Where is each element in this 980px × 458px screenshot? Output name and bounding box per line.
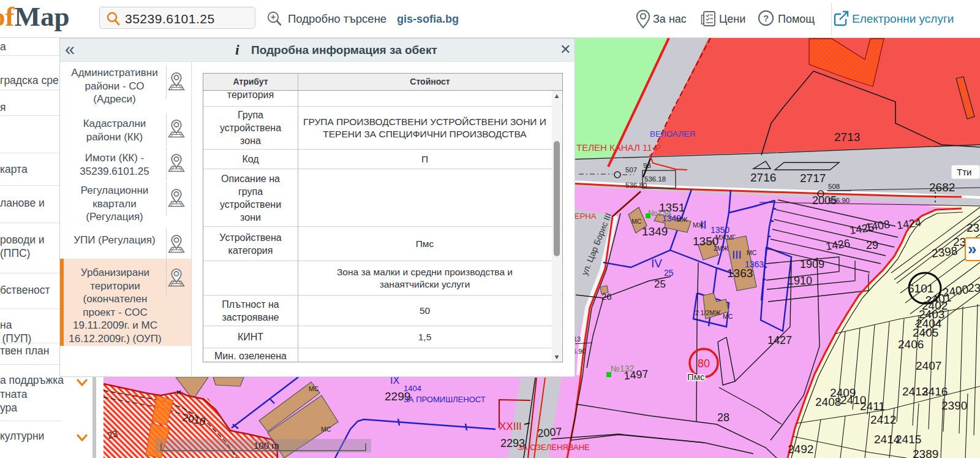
- svg-text:2405: 2405: [913, 326, 938, 339]
- svg-text:28: 28: [717, 411, 729, 424]
- svg-text:507: 507: [625, 166, 637, 174]
- svg-text:2682: 2682: [929, 181, 955, 194]
- svg-text:ЕРНА: ЕРНА: [575, 212, 597, 221]
- svg-text:536.90: 536.90: [828, 197, 850, 204]
- svg-text:1910: 1910: [788, 275, 812, 287]
- svg-text:XXIII: XXIII: [499, 421, 522, 432]
- svg-text:1349: 1349: [642, 225, 668, 238]
- svg-text:25: 25: [654, 278, 666, 290]
- svg-text:2406: 2406: [898, 338, 924, 351]
- svg-text:2713: 2713: [834, 131, 860, 143]
- svg-text:2 1/2МЖ: 2 1/2МЖ: [695, 309, 721, 316]
- svg-text:ВЕЛОАЛЕЯ: ВЕЛОАЛЕЯ: [650, 129, 695, 139]
- svg-text:МЖ: МЖ: [676, 216, 688, 223]
- svg-text:ТЕЛЕН КАНАЛ 11-Р: ТЕЛЕН КАНАЛ 11-Р: [576, 142, 662, 153]
- svg-text:№132: №132: [611, 364, 635, 373]
- svg-text:2415: 2415: [895, 433, 921, 446]
- svg-text:МС: МС: [309, 385, 319, 392]
- svg-text:»: »: [968, 240, 976, 258]
- svg-text:25: 25: [664, 268, 674, 278]
- svg-text:2407: 2407: [916, 359, 941, 372]
- svg-text:2МЖ: 2МЖ: [714, 245, 729, 252]
- svg-text:536.80: 536.80: [625, 181, 647, 189]
- svg-text:100 m: 100 m: [254, 440, 279, 451]
- svg-text:98: 98: [643, 162, 651, 169]
- svg-text:МС: МС: [631, 218, 642, 225]
- svg-text:Тти: Тти: [957, 167, 971, 177]
- svg-text:2390: 2390: [941, 399, 967, 412]
- svg-text:29: 29: [866, 239, 878, 251]
- svg-text:80: 80: [698, 357, 710, 370]
- svg-text:2389: 2389: [913, 448, 938, 458]
- svg-text:1427: 1427: [767, 334, 792, 346]
- svg-text:III: III: [732, 248, 742, 261]
- svg-text:26: 26: [601, 291, 612, 302]
- svg-text:МС: МС: [321, 426, 331, 433]
- svg-text:?: ?: [763, 13, 769, 23]
- svg-text:236: 236: [967, 221, 980, 234]
- svg-text:МС: МС: [747, 249, 757, 256]
- svg-text:1363: 1363: [745, 259, 764, 269]
- svg-text:536.18: 536.18: [644, 175, 666, 183]
- svg-text:Пмс: Пмс: [687, 372, 705, 382]
- svg-text:6101: 6101: [908, 282, 933, 295]
- svg-text:2492: 2492: [788, 443, 813, 456]
- svg-text:№134: №134: [648, 208, 672, 218]
- svg-text:508: 508: [828, 183, 840, 190]
- svg-text:2717: 2717: [800, 172, 826, 185]
- svg-text:23: 23: [968, 281, 980, 294]
- svg-text:2716: 2716: [750, 171, 776, 184]
- svg-text:МЖМГ: МЖМГ: [715, 234, 736, 241]
- svg-text:ЗА ПРОМИШЛЕНОСТ: ЗА ПРОМИШЛЕНОСТ: [404, 395, 486, 404]
- svg-text:2007: 2007: [537, 426, 563, 440]
- svg-text:1404: 1404: [404, 384, 421, 393]
- svg-text:МЖ: МЖ: [693, 221, 704, 229]
- svg-text:2416: 2416: [922, 385, 948, 398]
- svg-text:2412: 2412: [870, 413, 896, 426]
- svg-text:МС: МС: [723, 313, 733, 320]
- svg-text:2411: 2411: [860, 400, 885, 413]
- svg-text:1909: 1909: [800, 258, 824, 270]
- svg-text:IV: IV: [651, 257, 662, 270]
